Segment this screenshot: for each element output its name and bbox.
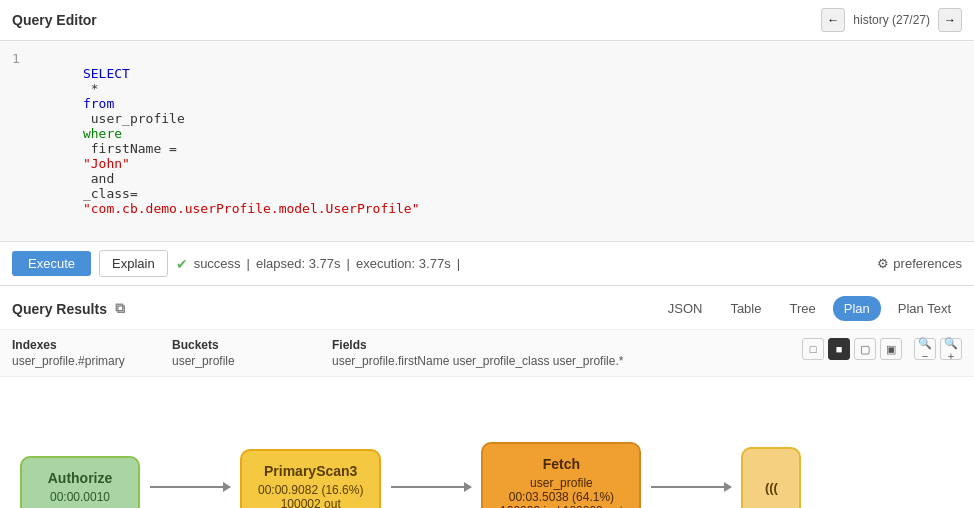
code-star: *	[83, 81, 106, 96]
status-elapsed: elapsed: 3.77s	[256, 256, 341, 271]
col-actions: □ ■ ▢ ▣ 🔍− 🔍+	[802, 338, 962, 360]
history-next-button[interactable]: →	[938, 8, 962, 32]
line-number: 1	[12, 51, 36, 66]
node-partial[interactable]: (((	[741, 447, 801, 508]
arrow-line-3	[651, 486, 731, 488]
header: Query Editor ← history (27/27) →	[0, 0, 974, 41]
copy-icon[interactable]: ⧉	[115, 300, 125, 317]
node-primary-scan[interactable]: PrimaryScan3 00:00.9082 (16.6%) 100002 o…	[240, 449, 381, 508]
results-section: Query Results ⧉ JSON Table Tree Plan Pla…	[0, 286, 974, 508]
node-partial-label: (((	[765, 480, 778, 495]
node-primary-scan-title: PrimaryScan3	[258, 463, 363, 479]
code-string-john: "John"	[83, 156, 130, 171]
preferences-label: preferences	[893, 256, 962, 271]
history-label: history (27/27)	[849, 13, 934, 27]
code-content[interactable]: SELECT * from user_profile where firstNa…	[36, 51, 420, 231]
node-fetch-bucket: user_profile	[499, 476, 623, 490]
fields-value: user_profile.firstName user_profile_clas…	[332, 354, 802, 368]
arrow-line-2	[391, 486, 471, 488]
tab-plan-text[interactable]: Plan Text	[887, 296, 962, 321]
keyword-where: where	[83, 126, 122, 141]
history-prev-button[interactable]: ←	[821, 8, 845, 32]
status-success: success	[194, 256, 241, 271]
view-tabs: JSON Table Tree Plan Plan Text	[657, 296, 962, 321]
zoom-in-button[interactable]: 🔍+	[940, 338, 962, 360]
success-icon: ✔	[176, 256, 188, 272]
node-fetch-title: Fetch	[499, 456, 623, 472]
gear-icon: ⚙	[877, 256, 889, 271]
results-title-text: Query Results	[12, 301, 107, 317]
status-area: ✔ success | elapsed: 3.77s | execution: …	[176, 256, 870, 272]
zoom-fit-button[interactable]: ▢	[854, 338, 876, 360]
tab-table[interactable]: Table	[719, 296, 772, 321]
col-buckets: Buckets user_profile	[172, 338, 332, 368]
code-class-field: _class=	[83, 186, 138, 201]
status-separator2: |	[347, 256, 350, 271]
zoom-out-button[interactable]: 🔍−	[914, 338, 936, 360]
results-header: Query Results ⧉ JSON Table Tree Plan Pla…	[0, 286, 974, 330]
status-separator3: |	[457, 256, 460, 271]
arrow-line-1	[150, 486, 230, 488]
node-fetch-io: 100002 in / 100002 out	[499, 504, 623, 508]
node-authorize-time: 00:00.0010	[38, 490, 122, 504]
preferences-link[interactable]: ⚙ preferences	[877, 256, 962, 271]
history-nav: ← history (27/27) →	[821, 8, 962, 32]
buckets-label: Buckets	[172, 338, 332, 352]
page-title: Query Editor	[12, 12, 97, 28]
fields-label: Fields	[332, 338, 802, 352]
indexes-label: Indexes	[12, 338, 172, 352]
status-separator1: |	[247, 256, 250, 271]
plan-canvas[interactable]: Authorize 00:00.0010 PrimaryScan3 00:00.…	[0, 377, 974, 508]
arrow-3	[651, 486, 731, 488]
editor-line: 1 SELECT * from user_profile where first…	[0, 49, 974, 233]
node-fetch-time: 00:03.5038 (64.1%)	[499, 490, 623, 504]
table-header: Indexes user_profile.#primary Buckets us…	[0, 330, 974, 377]
tab-plan[interactable]: Plan	[833, 296, 881, 321]
zoom-controls: 🔍− 🔍+	[914, 338, 962, 360]
status-execution: execution: 3.77s	[356, 256, 451, 271]
col-indexes: Indexes user_profile.#primary	[12, 338, 172, 368]
results-title-area: Query Results ⧉	[12, 300, 125, 317]
explain-button[interactable]: Explain	[99, 250, 168, 277]
node-authorize[interactable]: Authorize 00:00.0010	[20, 456, 140, 508]
toolbar: Execute Explain ✔ success | elapsed: 3.7…	[0, 242, 974, 286]
code-and: and	[83, 171, 122, 186]
tab-json[interactable]: JSON	[657, 296, 714, 321]
zoom-reset-button[interactable]: ■	[828, 338, 850, 360]
col-fields: Fields user_profile.firstName user_profi…	[332, 338, 802, 368]
code-table: user_profile	[83, 111, 193, 126]
tab-tree[interactable]: Tree	[778, 296, 826, 321]
fit-screen-button[interactable]: □	[802, 338, 824, 360]
arrow-1	[150, 486, 230, 488]
zoom-square-button[interactable]: ▣	[880, 338, 902, 360]
node-fetch[interactable]: Fetch user_profile 00:03.5038 (64.1%) 10…	[481, 442, 641, 508]
node-primary-scan-out: 100002 out	[258, 497, 363, 508]
buckets-value: user_profile	[172, 354, 332, 368]
execute-button[interactable]: Execute	[12, 251, 91, 276]
keyword-from: from	[83, 96, 114, 111]
code-string-class: "com.cb.demo.userProfile.model.UserProfi…	[83, 201, 420, 216]
code-field: firstName =	[83, 141, 185, 156]
indexes-value: user_profile.#primary	[12, 354, 172, 368]
editor-area[interactable]: 1 SELECT * from user_profile where first…	[0, 41, 974, 242]
plan-flow: Authorize 00:00.0010 PrimaryScan3 00:00.…	[20, 442, 801, 508]
keyword-select: SELECT	[83, 66, 130, 81]
arrow-2	[391, 486, 471, 488]
node-authorize-title: Authorize	[38, 470, 122, 486]
node-primary-scan-time: 00:00.9082 (16.6%)	[258, 483, 363, 497]
